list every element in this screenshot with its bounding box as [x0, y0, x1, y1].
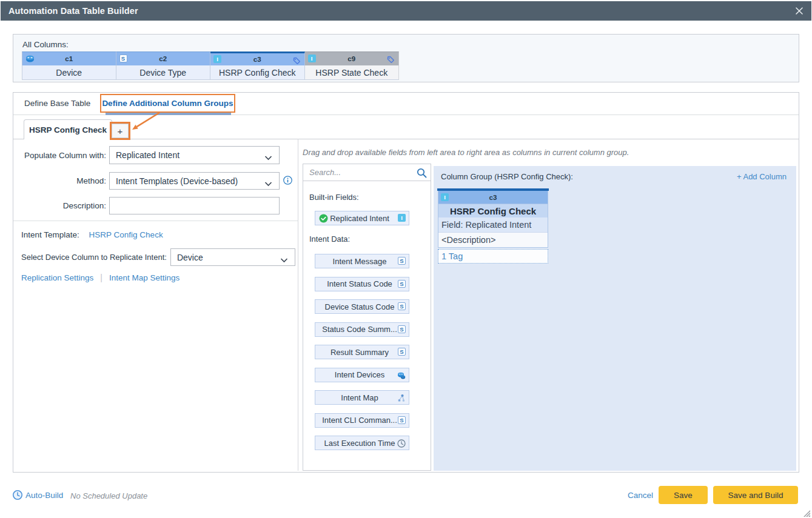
select-device-select[interactable]: Device: [170, 248, 295, 266]
field-chip-result-summary[interactable]: Result Summary S: [315, 345, 409, 359]
table-column-c2[interactable]: S c2 Device Type: [116, 51, 211, 80]
save-button[interactable]: Save: [659, 486, 708, 504]
main-panel: Define Base Table Define Additional Colu…: [13, 92, 799, 473]
tab-define-additional-column-groups[interactable]: Define Additional Column Groups: [100, 94, 235, 113]
tag-icon: [386, 55, 395, 66]
intent-data-field-list: Intent Message S Intent Status Code S De…: [315, 254, 409, 459]
column-name: HSRP State Check: [305, 65, 400, 80]
table-column-c9[interactable]: I c9 HSRP State Check: [305, 51, 400, 80]
column-card-header: I c3: [438, 191, 548, 204]
resize-handle[interactable]: [803, 509, 811, 517]
all-columns-box: All Columns: c1 Device S c2 Device Type …: [13, 34, 799, 82]
highlight-arrow-icon: [130, 112, 163, 132]
column-header-c9[interactable]: I c9: [305, 51, 400, 65]
column-header-c3[interactable]: I c3: [210, 51, 305, 65]
tab-define-base-table[interactable]: Define Base Table: [24, 93, 90, 115]
search-box: [303, 164, 431, 181]
search-input[interactable]: [303, 164, 406, 180]
select-device-value: Device: [177, 253, 203, 262]
field-chip-last-execution-time[interactable]: Last Execution Time: [315, 436, 409, 450]
field-chip-intent-map[interactable]: Intent Map: [315, 390, 409, 405]
intent-map-settings-link[interactable]: Intent Map Settings: [109, 273, 180, 282]
column-name: HSRP Config Check: [210, 65, 305, 80]
search-icon[interactable]: [417, 168, 427, 178]
chevron-down-icon: [264, 179, 272, 188]
intent-template-link[interactable]: HSRP Config Check: [89, 230, 163, 239]
intent-template-row: Intent Template: HSRP Config Check: [21, 230, 163, 239]
string-type-badge: S: [398, 257, 406, 265]
intent-type-badge: I: [213, 55, 221, 63]
table-column-c1[interactable]: c1 Device: [22, 51, 116, 80]
string-type-badge: S: [119, 55, 127, 62]
field-chip-label: Result Summary: [331, 348, 389, 357]
column-group-header: Column Group (HSRP Config Check):: [441, 172, 573, 181]
string-type-badge: S: [398, 325, 406, 333]
add-column-group-highlight: +: [110, 122, 130, 140]
method-select[interactable]: Intent Templates (Device-based): [109, 172, 280, 190]
intent-type-badge: I: [308, 55, 316, 62]
column-name: Device: [22, 65, 116, 80]
column-header-c2[interactable]: S c2: [116, 51, 211, 65]
schedule-status: No Scheduled Update: [70, 491, 147, 500]
column-card-body: I c3 HSRP Config Check Field: Replicated…: [438, 191, 548, 248]
all-columns-label: All Columns:: [22, 40, 69, 49]
field-chip-label: Device Status Code: [325, 302, 395, 311]
column-id: c2: [159, 55, 167, 62]
field-chip-intent-message[interactable]: Intent Message S: [315, 254, 409, 268]
save-and-build-button[interactable]: Save and Build: [713, 486, 798, 504]
intent-data-label: Intent Data:: [309, 234, 350, 244]
subtab-divider: [13, 139, 799, 139]
field-chip-status-code-summary[interactable]: Status Code Summ... S: [315, 322, 409, 337]
description-input[interactable]: [109, 197, 280, 214]
select-device-label: Select Device Column to Replicate Intent…: [21, 253, 167, 262]
check-circle-icon: [319, 214, 328, 225]
string-type-badge: S: [398, 416, 406, 424]
form-divider: [13, 221, 298, 221]
field-chip-label: Replicated Intent: [330, 214, 389, 223]
all-columns-table: c1 Device S c2 Device Type I c3 HSRP Con…: [22, 51, 399, 80]
method-label: Method:: [13, 176, 106, 185]
column-card-tags[interactable]: 1 Tag: [438, 249, 548, 264]
auto-build-link[interactable]: Auto-Build: [25, 491, 63, 500]
replication-settings-link[interactable]: Replication Settings: [21, 273, 93, 282]
column-card-title: HSRP Config Check: [438, 204, 548, 217]
field-chip-intent-devices[interactable]: Intent Devices: [315, 368, 409, 382]
populate-column-select[interactable]: Replicated Intent: [109, 146, 280, 164]
field-chip-label: Intent Map: [341, 393, 378, 402]
field-chip-label: Intent Devices: [335, 370, 384, 379]
subtab-hsrp-config-check[interactable]: HSRP Config Check: [24, 119, 112, 139]
info-icon[interactable]: [283, 176, 292, 185]
field-chip-device-status-code[interactable]: Device Status Code S: [315, 299, 409, 314]
intent-type-badge: I: [398, 214, 406, 222]
add-column-group-button[interactable]: +: [112, 124, 129, 138]
drag-drop-hint: Drag and drop available fields from left…: [303, 148, 629, 157]
map-icon: [397, 394, 406, 405]
column-id: c1: [65, 55, 73, 62]
field-chip-label: Last Execution Time: [324, 439, 395, 448]
column-card[interactable]: I c3 HSRP Config Check Field: Replicated…: [438, 188, 548, 264]
device-icon: [25, 55, 35, 65]
field-chip-intent-status-code[interactable]: Intent Status Code S: [315, 277, 409, 291]
select-device-row: Select Device Column to Replicate Intent…: [21, 248, 295, 266]
column-card-id: c3: [489, 194, 497, 201]
clock-icon: [397, 439, 406, 450]
table-column-c3[interactable]: I c3 HSRP Config Check: [210, 51, 305, 80]
column-header-c1[interactable]: c1: [22, 51, 116, 65]
close-icon[interactable]: [795, 7, 804, 15]
field-chip-label: Intent Status Code: [327, 279, 392, 288]
active-tab-underline: [106, 113, 231, 115]
chevron-down-icon: [280, 255, 288, 265]
field-chip-intent-cli-commands[interactable]: Intent CLI Comman... S: [315, 413, 409, 428]
string-type-badge: S: [398, 348, 406, 356]
intent-type-badge: I: [441, 193, 449, 201]
cancel-button[interactable]: Cancel: [628, 491, 653, 500]
column-card-field: Field: Replicated Intent: [438, 217, 548, 232]
column-id: c9: [347, 55, 355, 62]
field-chip-label: Intent CLI Comman...: [322, 416, 397, 425]
column-group-drop-area: Column Group (HSRP Config Check): + Add …: [434, 166, 796, 471]
column-name: Device Type: [116, 65, 211, 80]
field-chip-replicated-intent[interactable]: Replicated Intent I: [315, 211, 409, 225]
column-id: c3: [253, 56, 261, 63]
string-type-badge: S: [398, 280, 406, 288]
add-column-link[interactable]: + Add Column: [737, 172, 787, 181]
